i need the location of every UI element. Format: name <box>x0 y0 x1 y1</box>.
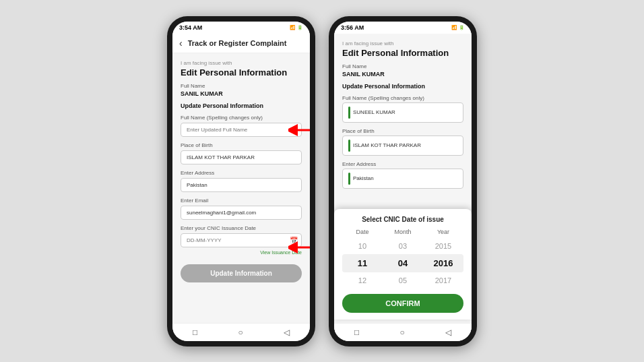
year-cell-2: 2016 <box>423 257 463 270</box>
home-nav-icon[interactable]: □ <box>193 328 197 337</box>
date-row-3[interactable]: 12 05 2017 <box>342 272 463 289</box>
field-label-birth2: Place of Birth <box>342 128 463 134</box>
address-input[interactable] <box>181 178 302 192</box>
date-cell-2: 11 <box>342 257 382 270</box>
status-icons-2: 📶 🔋 <box>451 25 465 30</box>
back-nav-icon[interactable]: ◁ <box>284 328 290 337</box>
bottom-nav-1: □ ○ ◁ <box>172 323 310 341</box>
full-name-label-2: Full Name <box>342 63 463 69</box>
field-label-fullname: Full Name (Spelling changes only) <box>181 115 302 121</box>
green-bar-1 <box>348 107 350 119</box>
update-button-1[interactable]: Update Information <box>181 264 302 282</box>
battery-icon: 🔋 <box>297 25 303 30</box>
wifi-icon-2: 📶 <box>451 25 457 30</box>
field-label-birth: Place of Birth <box>181 142 302 148</box>
confirm-button[interactable]: CONFIRM <box>342 294 463 313</box>
arrow-1 <box>288 120 310 140</box>
date-cell-1: 10 <box>342 241 382 251</box>
phone-2: 3:56 AM 📶 🔋 I am facing issue with Edit … <box>329 16 477 346</box>
nav-bar-1: ‹ Track or Register Complaint <box>172 34 310 53</box>
birth-value-2: ISLAM KOT THAR PARKAR <box>353 142 421 148</box>
month-header: Month <box>383 229 422 235</box>
fn-value-2: SUNEEL KUMAR <box>353 109 395 115</box>
year-cell-1: 2015 <box>423 241 463 251</box>
date-picker-title: Select CNIC Date of issue <box>342 216 463 223</box>
time-2: 3:56 AM <box>341 24 364 31</box>
back-nav-icon-2[interactable]: ◁ <box>445 328 451 337</box>
status-icons-1: 📶 🔋 <box>290 25 303 30</box>
back-button-1[interactable]: ‹ <box>179 38 183 49</box>
update-label-1: Update Personal Information <box>181 102 302 109</box>
field-label-fn2: Full Name (Spelling changes only) <box>342 95 463 101</box>
battery-icon-2: 🔋 <box>459 25 465 30</box>
month-cell-1: 03 <box>383 241 422 251</box>
cnic-field-wrapper: Enter your CNIC Issuance Date 📅 <box>181 225 302 247</box>
cnic-input-wrapper: 📅 <box>181 233 302 247</box>
full-name-value-1: SANIL KUMAR <box>181 90 302 97</box>
update-label-2: Update Personal Information <box>342 83 463 90</box>
month-cell-3: 05 <box>383 275 422 286</box>
full-name-input[interactable] <box>181 123 302 137</box>
section-title-1: Edit Personal Information <box>181 67 302 78</box>
full-name-display-2: SUNEEL KUMAR <box>342 102 463 123</box>
place-of-birth-input[interactable] <box>181 150 302 164</box>
time-1: 3:54 AM <box>179 24 202 31</box>
date-row-2[interactable]: 11 04 2016 <box>342 254 463 272</box>
field-label-email: Enter Email <box>181 198 302 204</box>
view-issuance-date-link[interactable]: View Issuance Date <box>181 250 302 255</box>
wifi-icon: 📶 <box>290 25 296 30</box>
field-label-address: Enter Address <box>181 170 302 176</box>
home-nav-icon-2[interactable]: □ <box>354 328 359 337</box>
date-row-1[interactable]: 10 03 2015 <box>342 238 463 254</box>
circle-nav-icon-2[interactable]: ○ <box>399 328 404 337</box>
year-cell-3: 2017 <box>423 275 463 286</box>
status-bar-2: 3:56 AM 📶 🔋 <box>334 22 472 34</box>
address-value-2: Pakistan <box>353 175 374 181</box>
full-name-field-wrapper: Full Name (Spelling changes only) <box>181 115 302 142</box>
field-label-addr2: Enter Address <box>342 161 463 167</box>
date-cell-3: 12 <box>342 275 382 286</box>
cnic-date-input[interactable] <box>181 233 302 247</box>
date-header: Date <box>342 229 382 235</box>
birth-display-2: ISLAM KOT THAR PARKAR <box>342 135 463 156</box>
full-name-label-1: Full Name <box>181 83 302 89</box>
phone-1: 3:54 AM 📶 🔋 ‹ Track or Register Complain… <box>167 16 315 346</box>
nav-title-1: Track or Register Complaint <box>188 39 287 47</box>
section-label-2: I am facing issue with <box>342 40 463 47</box>
field-label-cnic: Enter your CNIC Issuance Date <box>181 225 302 231</box>
arrow-2 <box>288 237 310 258</box>
date-picker-headers: Date Month Year <box>342 229 463 235</box>
date-picker-overlay: Select CNIC Date of issue Date Month Yea… <box>334 209 472 320</box>
green-bar-2 <box>348 140 350 152</box>
circle-nav-icon[interactable]: ○ <box>238 328 243 337</box>
green-bar-3 <box>348 173 350 185</box>
email-input[interactable] <box>181 206 302 220</box>
section-title-2: Edit Personal Information <box>342 48 463 58</box>
month-cell-2: 04 <box>383 257 422 270</box>
section-label-1: I am facing issue with <box>181 60 302 66</box>
status-bar-1: 3:54 AM 📶 🔋 <box>172 22 310 34</box>
year-header: Year <box>423 229 463 235</box>
address-display-2: Pakistan <box>342 169 463 189</box>
screen-content-1: I am facing issue with Edit Personal Inf… <box>172 53 310 323</box>
bottom-nav-2: □ ○ ◁ <box>334 323 472 341</box>
full-name-value-2: SANIL KUMAR <box>342 71 463 78</box>
